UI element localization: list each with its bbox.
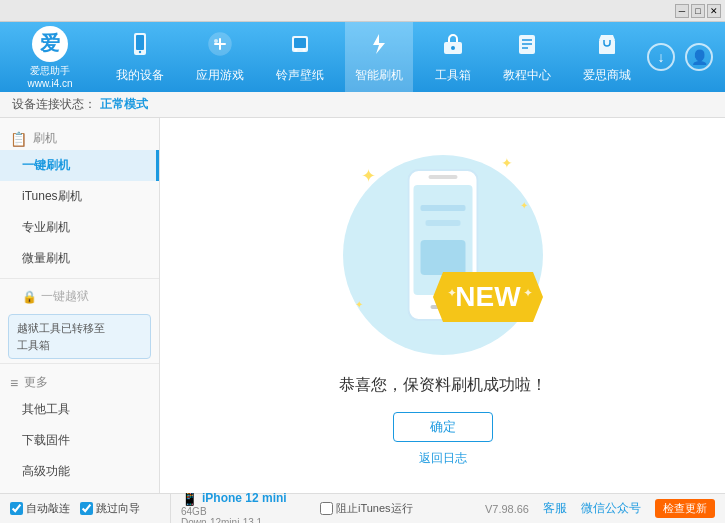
nav-label-my-device: 我的设备 — [116, 67, 164, 84]
nav-label-apps-games: 应用游戏 — [196, 67, 244, 84]
ringtone-icon — [287, 31, 313, 63]
skip-wizard-input[interactable] — [80, 502, 93, 515]
itunes-area: 阻止iTunes运行 — [310, 501, 413, 516]
svg-rect-6 — [294, 38, 306, 48]
auto-connect-input[interactable] — [10, 502, 23, 515]
svg-rect-19 — [428, 175, 457, 179]
device-detail: Down-12mini-13,1 — [181, 517, 300, 524]
main-layout: 📋 刷机 一键刷机 iTunes刷机 专业刷机 微量刷机 🔒 一键越狱 越狱工具… — [0, 118, 725, 493]
check-update-button[interactable]: 检查更新 — [655, 499, 715, 518]
itunes-label: 阻止iTunes运行 — [336, 501, 413, 516]
sidebar-item-one-key-flash[interactable]: 一键刷机 — [0, 150, 159, 181]
window-controls[interactable]: ─ □ ✕ — [675, 4, 721, 18]
close-button[interactable]: ✕ — [707, 4, 721, 18]
logo-text: 爱思助手 www.i4.cn — [27, 64, 72, 89]
svg-point-8 — [302, 48, 305, 51]
svg-point-7 — [294, 48, 297, 51]
bottom-bar: 自动敲连 跳过向导 📱 iPhone 12 mini 64GB Down-12m… — [0, 493, 725, 523]
nav-label-ringtone: 铃声壁纸 — [276, 67, 324, 84]
new-badge: NEW ✦ ✦ — [433, 262, 543, 335]
logo-area: 爱 爱思助手 www.i4.cn — [0, 26, 100, 89]
sidebar-divider-1 — [0, 278, 159, 279]
nav-label-tutorial: 教程中心 — [503, 67, 551, 84]
confirm-button[interactable]: 确定 — [393, 412, 493, 442]
success-text: 恭喜您，保资料刷机成功啦！ — [339, 375, 547, 396]
my-device-icon — [127, 31, 153, 63]
download-button[interactable]: ↓ — [647, 43, 675, 71]
sidebar-locked-jailbreak: 🔒 一键越狱 — [0, 283, 159, 310]
sidebar-item-itunes-flash[interactable]: iTunes刷机 — [0, 181, 159, 212]
toolbox-icon — [440, 31, 466, 63]
nav-item-my-device[interactable]: 我的设备 — [106, 22, 174, 92]
flash-section-label: 刷机 — [33, 130, 57, 147]
sidebar-item-data-flash[interactable]: 微量刷机 — [0, 243, 159, 274]
nav-label-toolbox: 工具箱 — [435, 67, 471, 84]
illustration: ✦ ✦ ✦ ✦ — [333, 145, 553, 365]
logo-icon: 爱 — [40, 30, 60, 57]
nav-item-mall[interactable]: 爱思商城 — [573, 22, 641, 92]
device-storage: 64GB — [181, 506, 300, 517]
return-link[interactable]: 返回日志 — [419, 450, 467, 467]
version-text: V7.98.66 — [485, 503, 529, 515]
nav-label-mall: 爱思商城 — [583, 67, 631, 84]
svg-text:NEW: NEW — [455, 281, 521, 312]
sidebar: 📋 刷机 一键刷机 iTunes刷机 专业刷机 微量刷机 🔒 一键越狱 越狱工具… — [0, 118, 160, 493]
smart-flash-icon — [366, 31, 392, 63]
lock-icon: 🔒 — [22, 290, 37, 304]
mall-icon — [594, 31, 620, 63]
sparkle-2: ✦ — [501, 155, 513, 171]
sidebar-item-pro-flash[interactable]: 专业刷机 — [0, 212, 159, 243]
nav-label-smart-flash: 智能刷机 — [355, 67, 403, 84]
title-bar: ─ □ ✕ — [0, 0, 725, 22]
svg-text:✦: ✦ — [447, 286, 457, 300]
svg-text:✦: ✦ — [523, 286, 533, 300]
svg-rect-20 — [420, 205, 465, 211]
svg-rect-1 — [136, 35, 144, 50]
nav-item-toolbox[interactable]: 工具箱 — [425, 22, 481, 92]
sidebar-item-advanced[interactable]: 高级功能 — [0, 456, 159, 487]
sidebar-more-header: ≡ 更多 — [0, 368, 159, 394]
status-label: 设备连接状态： — [12, 96, 96, 113]
apps-games-icon — [207, 31, 233, 63]
bottom-left: 自动敲连 跳过向导 — [10, 501, 170, 516]
nav-item-apps-games[interactable]: 应用游戏 — [186, 22, 254, 92]
status-bar: 设备连接状态： 正常模式 — [0, 92, 725, 118]
itunes-checkbox[interactable] — [320, 502, 333, 515]
svg-point-4 — [214, 39, 218, 43]
restore-button[interactable]: □ — [691, 4, 705, 18]
user-button[interactable]: 👤 — [685, 43, 713, 71]
flash-section-icon: 📋 — [10, 131, 27, 147]
sidebar-section-flash: 📋 刷机 — [0, 124, 159, 150]
more-section-label: 更多 — [24, 374, 48, 391]
sidebar-item-download-firmware[interactable]: 下载固件 — [0, 425, 159, 456]
svg-point-10 — [451, 46, 455, 50]
customer-service-link[interactable]: 客服 — [543, 500, 567, 517]
auto-connect-checkbox[interactable]: 自动敲连 — [10, 501, 70, 516]
status-value: 正常模式 — [100, 96, 148, 113]
sparkle-1: ✦ — [361, 165, 376, 187]
more-section-icon: ≡ — [10, 375, 18, 391]
minimize-button[interactable]: ─ — [675, 4, 689, 18]
sidebar-divider-2 — [0, 363, 159, 364]
sparkle-3: ✦ — [520, 200, 528, 211]
nav-item-ringtone[interactable]: 铃声壁纸 — [266, 22, 334, 92]
sparkle-4: ✦ — [355, 299, 363, 310]
svg-point-2 — [139, 50, 141, 52]
svg-rect-15 — [599, 40, 615, 54]
tutorial-icon — [514, 31, 540, 63]
sidebar-item-other-tools[interactable]: 其他工具 — [0, 394, 159, 425]
skip-wizard-checkbox[interactable]: 跳过向导 — [80, 501, 140, 516]
bottom-right: V7.98.66 客服 微信公众号 检查更新 — [485, 499, 715, 518]
header: 爱 爱思助手 www.i4.cn 我的设备 — [0, 22, 725, 92]
wechat-official-link[interactable]: 微信公众号 — [581, 500, 641, 517]
svg-rect-21 — [425, 220, 460, 226]
logo-circle: 爱 — [32, 26, 68, 62]
content-area: ✦ ✦ ✦ ✦ — [160, 118, 725, 493]
nav-item-smart-flash[interactable]: 智能刷机 — [345, 22, 413, 92]
nav-items: 我的设备 应用游戏 铃声壁纸 — [100, 22, 647, 92]
sidebar-note-box: 越狱工具已转移至工具箱 — [8, 314, 151, 359]
header-right: ↓ 👤 — [647, 43, 725, 71]
nav-item-tutorial[interactable]: 教程中心 — [493, 22, 561, 92]
